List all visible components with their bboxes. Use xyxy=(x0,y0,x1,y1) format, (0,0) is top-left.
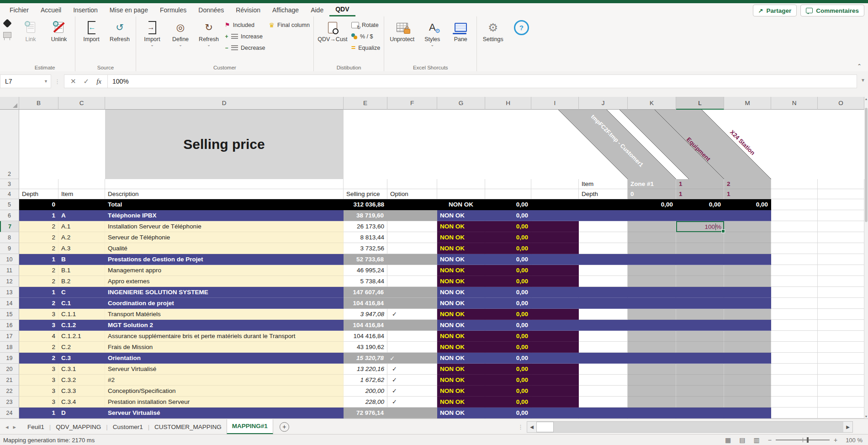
cell[interactable] xyxy=(771,110,818,179)
cell-zone-depth[interactable]: 0 xyxy=(628,189,676,199)
cell[interactable] xyxy=(818,221,864,232)
confirm-entry-icon[interactable]: ✓ xyxy=(84,77,90,85)
cell[interactable] xyxy=(579,397,628,408)
cell[interactable] xyxy=(579,232,628,243)
cell[interactable] xyxy=(724,265,771,276)
cell-description[interactable]: MGT Solution 2 xyxy=(105,320,344,331)
settings-button[interactable]: ⚙ Settings xyxy=(481,19,505,42)
cell[interactable] xyxy=(818,254,864,265)
final-column-button[interactable]: ♛ Final column xyxy=(269,21,310,29)
new-sheet-button[interactable]: + xyxy=(280,422,289,432)
column-header-O[interactable]: O xyxy=(818,97,864,110)
cell-selling-price[interactable]: 3 732,56 xyxy=(344,243,387,254)
cell-depth[interactable]: 2 xyxy=(19,342,58,353)
cell[interactable] xyxy=(628,110,676,179)
cell[interactable] xyxy=(771,232,818,243)
column-header-L[interactable]: L xyxy=(676,97,724,110)
expand-formula-bar-icon[interactable]: ▼ xyxy=(861,78,865,83)
included-button[interactable]: ⚑ Included xyxy=(225,21,265,29)
cell-selling-price[interactable]: 3 947,08 xyxy=(344,309,387,320)
cell[interactable] xyxy=(724,397,771,408)
cell-selling-price[interactable]: 228,00 xyxy=(344,397,387,408)
cell[interactable] xyxy=(818,364,864,375)
cell[interactable] xyxy=(531,331,579,342)
cell-item[interactable]: A.2 xyxy=(58,232,105,243)
cell-x24-item[interactable]: 2 xyxy=(724,179,771,189)
row-header-17[interactable]: 17 xyxy=(0,331,19,342)
row-header-20[interactable]: 20 xyxy=(0,364,19,375)
normal-view-icon[interactable]: ▦ xyxy=(725,436,731,444)
row-header-4[interactable]: 4 xyxy=(0,189,19,199)
cell[interactable] xyxy=(676,110,724,179)
cell[interactable] xyxy=(818,265,864,276)
cell[interactable] xyxy=(628,320,676,331)
zoom-out-icon[interactable]: − xyxy=(768,436,772,444)
menu-tab-mise-en-page[interactable]: Mise en page xyxy=(104,3,154,16)
cell-selling-price[interactable]: 43 190,62 xyxy=(344,342,387,353)
cell-amount[interactable]: 0,00 xyxy=(485,309,531,320)
cell-status[interactable]: NON OK xyxy=(437,210,485,221)
cell-selling-price[interactable]: 46 995,24 xyxy=(344,265,387,276)
cell[interactable] xyxy=(579,375,628,386)
cell-status[interactable]: NON OK xyxy=(437,276,485,287)
cell[interactable] xyxy=(771,221,818,232)
sheet-nav-left-icon[interactable]: ◂ xyxy=(5,424,9,430)
cell-depth[interactable]: 2 xyxy=(19,298,58,309)
cell[interactable] xyxy=(628,232,676,243)
insert-function-icon[interactable]: fx xyxy=(96,78,101,85)
cell[interactable] xyxy=(344,110,387,179)
cell[interactable] xyxy=(818,309,864,320)
zoom-slider[interactable] xyxy=(776,440,830,440)
cell-amount[interactable]: 0,00 xyxy=(485,408,531,419)
cell-depth-axis-label[interactable]: Depth xyxy=(579,189,628,199)
cell-status[interactable]: NON OK xyxy=(437,364,485,375)
cell[interactable] xyxy=(628,342,676,353)
row-header-14[interactable]: 14 xyxy=(0,298,19,309)
cell-amount[interactable]: 0,00 xyxy=(485,375,531,386)
cell-description[interactable]: Total xyxy=(105,199,344,210)
cell[interactable] xyxy=(437,189,485,199)
cell[interactable] xyxy=(531,179,579,189)
cell[interactable] xyxy=(771,265,818,276)
cell-option[interactable]: ✓ xyxy=(387,364,437,375)
cell-depth[interactable]: 3 xyxy=(19,320,58,331)
cell[interactable] xyxy=(676,331,724,342)
cell[interactable] xyxy=(579,320,628,331)
cell-description[interactable]: Frais de Mission xyxy=(105,342,344,353)
cell[interactable] xyxy=(531,189,579,199)
row-header-21[interactable]: 21 xyxy=(0,375,19,386)
cell-option[interactable] xyxy=(387,342,437,353)
cell-depth[interactable]: 2 xyxy=(19,221,58,232)
cell[interactable] xyxy=(628,298,676,309)
cell-status[interactable]: NON OK xyxy=(437,265,485,276)
cell-amount[interactable]: 0,00 xyxy=(485,386,531,397)
menu-tab-accueil[interactable]: Accueil xyxy=(35,3,67,16)
column-header-G[interactable]: G xyxy=(437,97,485,110)
cell[interactable] xyxy=(531,210,579,221)
sheet-tab-qdv-mapping[interactable]: QDV_MAPPING xyxy=(51,419,106,434)
active-cell-L7[interactable]: 100% xyxy=(676,221,724,232)
cell[interactable] xyxy=(724,232,771,243)
cell[interactable] xyxy=(818,386,864,397)
cell[interactable] xyxy=(579,276,628,287)
cell[interactable] xyxy=(579,110,628,179)
cell[interactable] xyxy=(771,243,818,254)
cell-item[interactable]: B.1 xyxy=(58,265,105,276)
cell-amount[interactable]: 0,00 xyxy=(485,243,531,254)
cell[interactable] xyxy=(58,179,105,189)
row-header-16[interactable]: 16 xyxy=(0,320,19,331)
cell[interactable] xyxy=(579,364,628,375)
cell-description[interactable]: Téléphonie IPBX xyxy=(105,210,344,221)
cell-status[interactable]: NON OK xyxy=(437,320,485,331)
cell-amount[interactable]: 0,00 xyxy=(485,320,531,331)
cell-description[interactable]: Installation Serveur de Téléphonie xyxy=(105,221,344,232)
cell-status[interactable]: NON OK xyxy=(437,408,485,419)
cell[interactable] xyxy=(676,276,724,287)
cell[interactable] xyxy=(724,386,771,397)
cell[interactable] xyxy=(676,265,724,276)
cell-selling-price[interactable]: 26 173,60 xyxy=(344,221,387,232)
row-header-19[interactable]: 19 xyxy=(0,353,19,364)
sheet-nav-right-icon[interactable]: ▸ xyxy=(13,424,16,430)
cell[interactable] xyxy=(676,353,724,364)
cell[interactable] xyxy=(531,221,579,232)
